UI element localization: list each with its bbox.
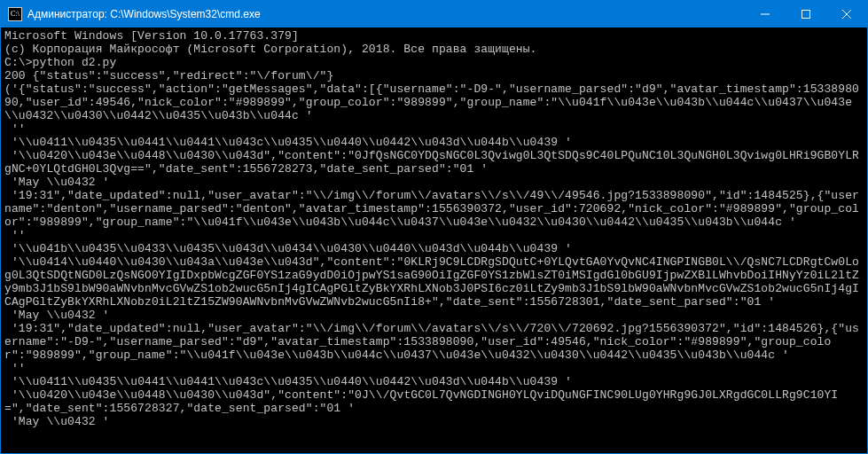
cmd-window: C:\ Администратор: C:\Windows\System32\c… (0, 0, 868, 454)
terminal-line: '19:31","date_updated":null,"user_avatar… (4, 189, 864, 229)
cmd-icon: C:\ (8, 7, 22, 21)
terminal-line: '19:31","date_updated":null,"user_avatar… (4, 322, 864, 362)
titlebar[interactable]: C:\ Администратор: C:\Windows\System32\c… (1, 1, 867, 27)
terminal-line: '\\u0414\\u0440\\u0430\\u043a\\u043e\\u0… (4, 255, 864, 309)
terminal-line: '' (4, 229, 864, 242)
terminal-line: 'May \\u0432 ' (4, 415, 864, 428)
window-controls (745, 1, 867, 27)
terminal-line: '\\u0411\\u0435\\u0441\\u0441\\u043c\\u0… (4, 136, 864, 149)
terminal-line: '\\u0420\\u043e\\u0448\\u0430\\u043d","c… (4, 149, 864, 176)
terminal-line: '\\u0411\\u0435\\u0441\\u0441\\u043c\\u0… (4, 375, 864, 388)
svg-rect-4 (802, 11, 810, 19)
terminal-line: C:\>python d2.py (4, 56, 864, 69)
terminal-line: '' (4, 362, 864, 375)
terminal-line: Microsoft Windows [Version 10.0.17763.37… (4, 29, 864, 43)
terminal-line: ('{"status":"success","action":"getMessa… (4, 82, 864, 122)
terminal-line: (c) Корпорация Майкрософт (Microsoft Cor… (4, 43, 864, 56)
window-title: Администратор: C:\Windows\System32\cmd.e… (27, 8, 745, 20)
terminal-line: '\\u041b\\u0435\\u0433\\u0435\\u043d\\u0… (4, 242, 864, 255)
svg-text:C:\: C:\ (11, 10, 20, 18)
terminal-line: '\\u0420\\u043e\\u0448\\u0430\\u043d","c… (4, 388, 864, 415)
terminal-line: 'May \\u0432 ' (4, 309, 864, 322)
close-button[interactable] (826, 1, 867, 27)
minimize-button[interactable] (745, 1, 786, 27)
terminal-line: 200 {"status":"success","redirect":"\/fo… (4, 69, 864, 82)
terminal-output[interactable]: Microsoft Windows [Version 10.0.17763.37… (1, 27, 867, 453)
maximize-button[interactable] (786, 1, 826, 27)
terminal-line: '' (4, 122, 864, 136)
terminal-line: 'May \\u0432 ' (4, 176, 864, 189)
